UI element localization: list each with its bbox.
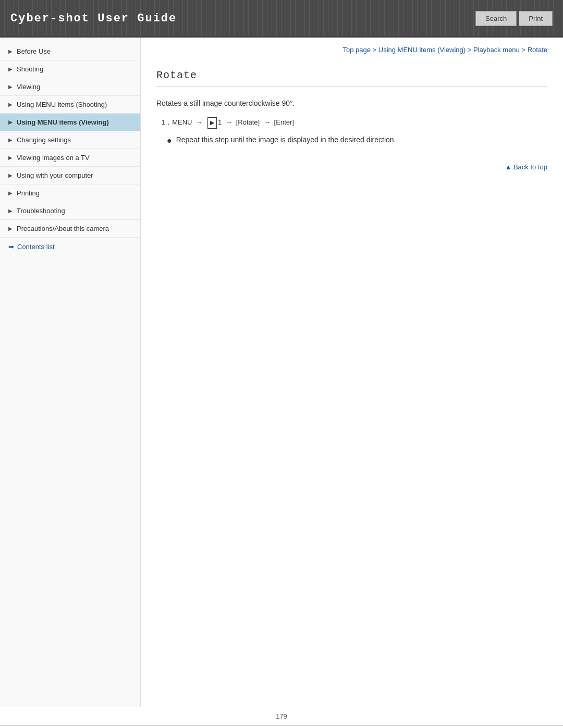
- play-icon: ▶: [207, 117, 217, 129]
- sidebar-item-label: Changing settings: [17, 136, 71, 144]
- arrow-icon: ▶: [8, 137, 13, 143]
- breadcrumb-separator-1: >: [373, 46, 378, 54]
- bullet-item-1: ● Repeat this step until the image is di…: [156, 134, 547, 147]
- arrow-right-icon: ➡: [8, 243, 14, 251]
- breadcrumb-separator-2: >: [468, 46, 473, 54]
- header: Cyber-shot User Guide Search Print: [0, 0, 563, 38]
- breadcrumb-top-page[interactable]: Top page: [342, 46, 371, 54]
- page-description: Rotates a still image counterclockwise 9…: [156, 97, 547, 109]
- header-buttons: Search Print: [475, 11, 553, 26]
- sidebar-item-viewing[interactable]: ▶ Viewing: [0, 78, 140, 96]
- breadcrumb-current: Rotate: [528, 46, 547, 54]
- breadcrumb-menu-viewing[interactable]: Using MENU items (Viewing): [378, 46, 466, 54]
- sidebar-item-label: Troubleshooting: [17, 207, 65, 215]
- sidebar-item-computer[interactable]: ▶ Using with your computer: [0, 167, 140, 184]
- sidebar-item-label: Using with your computer: [17, 171, 93, 179]
- sidebar-item-before-use[interactable]: ▶ Before Use: [0, 43, 140, 60]
- search-button[interactable]: Search: [475, 11, 517, 26]
- arrow-icon: ▶: [8, 208, 13, 214]
- sidebar-item-changing-settings[interactable]: ▶ Changing settings: [0, 131, 140, 149]
- print-button[interactable]: Print: [519, 11, 553, 26]
- instruction-step-1: 1．MENU → ▶1 → [Rotate] → [Enter]: [156, 116, 547, 129]
- sidebar: ▶ Before Use ▶ Shooting ▶ Viewing ▶ Usin…: [0, 38, 141, 707]
- sidebar-item-label: Shooting: [17, 65, 43, 73]
- arrow-icon: ▶: [8, 190, 13, 196]
- content-body: Rotates a still image counterclockwise 9…: [156, 97, 547, 147]
- contents-list-label: Contents list: [17, 243, 55, 251]
- contents-list-link[interactable]: ➡ Contents list: [0, 238, 140, 256]
- footer: Copyright 2013 Sony Corporation: [0, 725, 563, 728]
- breadcrumb-separator-3: >: [521, 46, 527, 54]
- arrow-icon: ▶: [8, 226, 13, 231]
- sidebar-item-label: Before Use: [17, 47, 51, 55]
- sidebar-item-shooting[interactable]: ▶ Shooting: [0, 60, 140, 78]
- page-title: Rotate: [156, 69, 547, 87]
- sidebar-item-precautions[interactable]: ▶ Precautions/About this camera: [0, 220, 140, 238]
- arrow-icon: ▶: [8, 66, 13, 72]
- arrow-icon: ▶: [8, 102, 13, 107]
- app-title: Cyber-shot User Guide: [10, 12, 177, 25]
- page-number: 179: [0, 707, 563, 725]
- main-content: Top page > Using MENU items (Viewing) > …: [141, 38, 563, 707]
- sidebar-item-label: Using MENU items (Viewing): [17, 118, 109, 126]
- breadcrumb-playback-menu[interactable]: Playback menu: [473, 46, 520, 54]
- back-to-top[interactable]: ▲ Back to top: [156, 163, 547, 171]
- arrow-icon: ▶: [8, 155, 13, 161]
- sidebar-item-label: Using MENU items (Shooting): [17, 101, 107, 108]
- arrow-icon: ▶: [8, 84, 13, 90]
- sidebar-item-label: Precautions/About this camera: [17, 225, 109, 232]
- arrow-icon: ▶: [8, 172, 13, 178]
- sidebar-item-label: Viewing images on a TV: [17, 154, 90, 162]
- sidebar-item-printing[interactable]: ▶ Printing: [0, 184, 140, 202]
- sidebar-item-label: Printing: [17, 189, 40, 197]
- sidebar-item-viewing-tv[interactable]: ▶ Viewing images on a TV: [0, 149, 140, 167]
- arrow-icon: ▶: [8, 119, 13, 125]
- bullet-icon: ●: [167, 134, 172, 147]
- main-layout: ▶ Before Use ▶ Shooting ▶ Viewing ▶ Usin…: [0, 38, 563, 707]
- bullet-text: Repeat this step until the image is disp…: [176, 134, 396, 145]
- sidebar-item-troubleshooting[interactable]: ▶ Troubleshooting: [0, 202, 140, 220]
- sidebar-item-menu-shooting[interactable]: ▶ Using MENU items (Shooting): [0, 96, 140, 114]
- sidebar-item-label: Viewing: [17, 83, 40, 91]
- back-to-top-link[interactable]: ▲ Back to top: [505, 163, 547, 171]
- step-text: 1．MENU → ▶1 → [Rotate] → [Enter]: [162, 118, 294, 126]
- sidebar-item-menu-viewing[interactable]: ▶ Using MENU items (Viewing): [0, 114, 140, 131]
- breadcrumb: Top page > Using MENU items (Viewing) > …: [156, 46, 547, 59]
- arrow-icon: ▶: [8, 48, 13, 54]
